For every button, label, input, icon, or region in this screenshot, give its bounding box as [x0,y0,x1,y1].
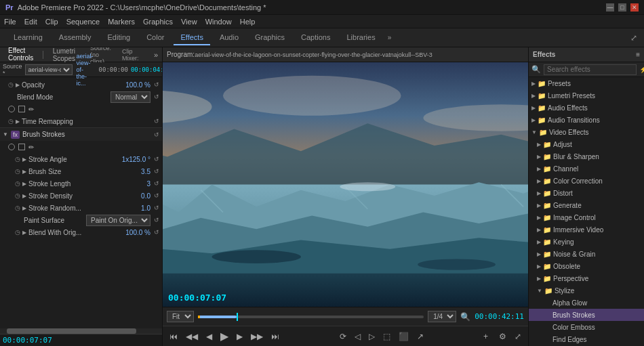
tab-effect-controls[interactable]: Effect Controls [4,47,37,64]
bs-reset[interactable]: ↺ [154,131,159,138]
tree-item-lumetri-presets[interactable]: ▶ 📁 Lumetri Presets [529,89,644,102]
opacity-stopwatch[interactable]: ◷ [8,81,14,88]
sa-triangle[interactable]: ▶ [22,156,26,163]
tree-item-generate[interactable]: ▶ 📁 Generate [529,199,644,211]
tree-item-audio-effects[interactable]: ▶ 📁 Audio Effects [529,102,644,114]
paint-surface-dropdown[interactable]: Paint On Orig... [86,215,150,226]
tree-item-perspective[interactable]: ▶ 📁 Perspective [529,272,644,284]
menu-view[interactable]: View [181,18,197,26]
tab-captions[interactable]: Captions [294,30,337,45]
tree-item-immersive-video[interactable]: ▶ 📁 Immersive Video [529,223,644,236]
tree-item-keying[interactable]: ▶ 📁 Keying [529,236,644,248]
next-frame-button[interactable]: ▶ [235,332,244,341]
menu-window[interactable]: Window [205,18,232,26]
tree-item-noise-grain[interactable]: ▶ 📁 Noise & Grain [529,248,644,260]
sl-reset[interactable]: ↺ [154,180,159,187]
opacity-reset[interactable]: ↺ [154,81,159,88]
monitor-progress-bar[interactable] [198,316,424,318]
tree-item-blur-sharpen[interactable]: ▶ 📁 Blur & Sharpen [529,150,644,163]
tree-item-color-emboss[interactable]: Color Emboss [529,321,644,333]
tree-item-image-control[interactable]: ▶ 📁 Image Control [529,211,644,223]
ps-reset[interactable]: ↺ [154,217,159,223]
tab-libraries[interactable]: Libraries [340,30,382,45]
blend-reset[interactable]: ↺ [154,93,159,100]
prev-frame-button[interactable]: ◀ [205,332,214,341]
tr-triangle[interactable]: ▶ [16,118,20,125]
menu-markers[interactable]: Markers [108,18,135,26]
tab-audio[interactable]: Audio [213,30,245,45]
tab-lumetri-scopes[interactable]: Lumetri Scopes [49,47,79,64]
tr-reset[interactable]: ↺ [154,118,159,125]
maximize-button[interactable]: □ [618,3,626,12]
menu-edit[interactable]: Edit [24,18,37,26]
sd-reset[interactable]: ↺ [154,192,159,199]
bs-triangle[interactable]: ▼ [3,131,8,137]
step-back-button[interactable]: ⏮ [168,332,179,341]
tree-item-audio-transitions[interactable]: ▶ 📁 Audio Transitions [529,114,644,126]
tree-item-adjust[interactable]: ▶ 📁 Adjust [529,138,644,150]
tab-assembly[interactable]: Assembly [52,30,98,45]
bo-triangle[interactable]: ▶ [22,230,26,236]
effects-menu-icon[interactable]: ≡ [636,51,640,58]
ec-scrollbar-h[interactable] [0,328,162,334]
tr-stopwatch[interactable]: ◷ [8,118,14,125]
bo-stopwatch[interactable]: ◷ [15,229,20,236]
export-button[interactable]: ↗ [416,332,425,341]
tree-item-brush-strokes[interactable]: Brush Strokes [529,309,644,321]
title-bar-controls[interactable]: — □ ✕ [606,3,639,12]
blend-mode-dropdown[interactable]: Normal [110,91,150,103]
menu-graphics[interactable]: Graphics [143,18,173,26]
mark-out-button[interactable]: ▷ [367,332,376,341]
ec-scrollbar-thumb[interactable] [7,328,136,334]
sa-reset[interactable]: ↺ [154,156,159,163]
sr-reset[interactable]: ↺ [154,204,159,211]
tree-item-distort[interactable]: ▶ 📁 Distort [529,187,644,199]
mark-in-button[interactable]: ◁ [353,332,362,341]
tab-editing[interactable]: Editing [101,30,138,45]
menu-sequence[interactable]: Sequence [66,18,100,26]
tab-learning[interactable]: Learning [7,30,49,45]
menu-clip[interactable]: Clip [45,18,58,26]
tree-item-presets[interactable]: ▶ 📁 Presets [529,77,644,89]
sr-stopwatch[interactable]: ◷ [15,204,20,211]
settings-button[interactable]: ⚙ [498,332,508,341]
menu-file[interactable]: File [4,18,16,26]
overwrite-button[interactable]: ⬛ [397,332,410,341]
tab-color[interactable]: Color [140,30,171,45]
expand-workspace-icon[interactable]: ⤢ [630,33,637,43]
sr-triangle[interactable]: ▶ [22,205,26,211]
step-forward-button[interactable]: ⏭ [270,332,281,341]
bsize-triangle[interactable]: ▶ [22,169,26,175]
sd-triangle[interactable]: ▶ [22,193,26,199]
tree-item-channel[interactable]: ▶ 📁 Channel [529,163,644,175]
tab-graphics[interactable]: Graphics [248,30,291,45]
step-back-frame-button[interactable]: ◀◀ [184,332,199,341]
sl-stopwatch[interactable]: ◷ [15,180,20,187]
bsize-reset[interactable]: ↺ [154,168,159,175]
tree-item-alpha-glow[interactable]: Alpha Glow [529,297,644,309]
sa-stopwatch[interactable]: ◷ [15,156,20,163]
tree-item-obsolete[interactable]: ▶ 📁 Obsolete [529,260,644,272]
sd-stopwatch[interactable]: ◷ [15,192,20,199]
menu-help[interactable]: Help [240,18,256,26]
tree-item-video-effects[interactable]: ▼ 📁 Video Effects [529,126,644,138]
tree-item-stylize[interactable]: ▼ 📁 Stylize [529,284,644,297]
more-panel-icon[interactable]: » [154,51,158,59]
add-marker-button[interactable]: + [482,332,489,341]
sl-triangle[interactable]: ▶ [22,181,26,187]
opacity-triangle[interactable]: ▶ [16,82,20,88]
source-dropdown[interactable]: aerial-view-of-... [25,64,73,75]
zoom-dropdown[interactable]: 1/4 [428,311,456,322]
effects-search-input[interactable] [544,64,637,75]
tree-item-find-edges[interactable]: Find Edges [529,333,644,345]
insert-button[interactable]: ⬚ [382,332,392,341]
bsize-stopwatch[interactable]: ◷ [15,168,20,175]
loop-button[interactable]: ⟳ [338,332,348,341]
play-button[interactable]: ▶ [219,330,230,343]
minimize-button[interactable]: — [606,3,614,12]
fast-forward-button[interactable]: ▶▶ [249,332,264,341]
tree-item-color-correction[interactable]: ▶ 📁 Color Correction [529,175,644,187]
tab-effects[interactable]: Effects [174,30,209,45]
more-tabs-icon[interactable]: » [388,34,392,41]
fit-dropdown[interactable]: Fit [167,311,194,322]
